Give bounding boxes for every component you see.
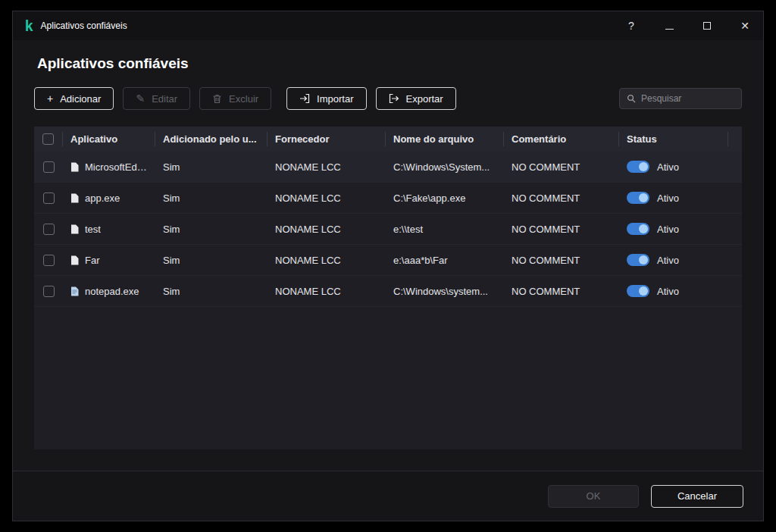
dialog-content: Aplicativos confiáveis + Adicionar ✎ Edi…: [13, 40, 763, 471]
row-checkbox[interactable]: [43, 255, 55, 266]
delete-button[interactable]: Excluir: [199, 87, 271, 110]
maximize-icon[interactable]: [701, 20, 713, 32]
row-checkbox[interactable]: [43, 286, 55, 297]
row-checkbox[interactable]: [43, 161, 55, 173]
page-title: Aplicativos confiáveis: [37, 55, 742, 72]
row-checkbox[interactable]: [43, 224, 55, 235]
export-icon: [389, 93, 399, 104]
col-header-app[interactable]: Aplicativo: [63, 132, 155, 146]
minimize-icon[interactable]: [663, 20, 675, 32]
edit-button[interactable]: ✎ Editar: [123, 87, 190, 110]
search-box: [619, 88, 742, 109]
status-toggle[interactable]: [627, 223, 649, 235]
table-row[interactable]: test Sim NONAME LCC e:\\test NO COMMENT …: [34, 214, 742, 245]
table-row[interactable]: MicrosoftEdg... Sim NONAME LCC C:\Window…: [34, 152, 742, 183]
table-header-row: Aplicativo Adicionado pelo u... Forneced…: [34, 127, 742, 152]
file-icon: [70, 193, 79, 203]
title-bar: k Aplicativos confiáveis ? ✕: [13, 11, 763, 40]
window-title: Aplicativos confiáveis: [41, 20, 127, 31]
status-label: Ativo: [657, 286, 679, 297]
kaspersky-logo-icon: k: [25, 18, 33, 33]
status-toggle[interactable]: [627, 161, 649, 173]
cancel-button[interactable]: Cancelar: [651, 485, 743, 508]
notepad-icon: [70, 286, 79, 296]
pencil-icon: ✎: [136, 93, 145, 104]
status-toggle[interactable]: [627, 285, 649, 297]
export-button[interactable]: Exportar: [376, 87, 456, 110]
col-header-file[interactable]: Nome do arquivo: [386, 132, 504, 146]
help-icon[interactable]: ?: [625, 20, 637, 32]
add-button[interactable]: + Adicionar: [34, 87, 114, 110]
table-empty-area: [34, 307, 742, 449]
status-label: Ativo: [657, 192, 679, 204]
file-icon: [70, 255, 79, 265]
trash-icon: [212, 94, 222, 104]
col-header-status[interactable]: Status: [619, 132, 728, 146]
footer-bar: OK Cancelar: [13, 471, 763, 521]
file-icon: [70, 162, 79, 172]
row-checkbox[interactable]: [43, 192, 55, 204]
table-row[interactable]: Far Sim NONAME LCC e:\aaa*b\Far NO COMME…: [34, 245, 742, 276]
dialog-window: k Aplicativos confiáveis ? ✕ Aplicativos…: [12, 11, 764, 521]
select-all-checkbox[interactable]: [42, 133, 54, 145]
col-header-comment[interactable]: Comentário: [504, 132, 619, 146]
window-controls: ? ✕: [625, 20, 751, 32]
trusted-apps-table: Aplicativo Adicionado pelo u... Forneced…: [34, 127, 742, 449]
table-row[interactable]: notepad.exe Sim NONAME LCC C:\Windows\sy…: [34, 276, 742, 307]
status-label: Ativo: [657, 161, 679, 173]
col-header-added-by[interactable]: Adicionado pelo u...: [155, 132, 268, 146]
import-button[interactable]: Importar: [286, 87, 366, 110]
plus-icon: +: [47, 93, 53, 104]
search-input[interactable]: [641, 93, 734, 104]
import-icon: [299, 93, 310, 104]
status-label: Ativo: [657, 255, 679, 266]
close-icon[interactable]: ✕: [739, 20, 751, 32]
status-label: Ativo: [657, 224, 679, 235]
col-header-spacer: [728, 132, 743, 146]
status-toggle[interactable]: [627, 192, 649, 204]
search-icon: [627, 94, 636, 103]
toolbar: + Adicionar ✎ Editar Excluir: [34, 87, 742, 110]
ok-button[interactable]: OK: [548, 485, 639, 508]
file-icon: [70, 224, 79, 234]
table-row[interactable]: app.exe Sim NONAME LCC C:\Fake\app.exe N…: [34, 183, 742, 214]
col-header-vendor[interactable]: Fornecedor: [268, 132, 386, 146]
status-toggle[interactable]: [627, 254, 649, 266]
